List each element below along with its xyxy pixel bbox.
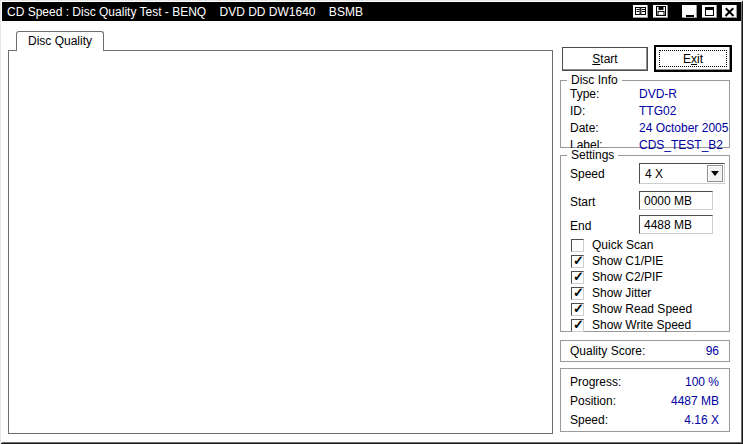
show-read-speed-checkbox[interactable]: Show Read Speed (571, 302, 692, 316)
checkbox-box[interactable] (571, 271, 584, 284)
speed-readout-value: 4.16 X (684, 413, 719, 427)
exit-button[interactable]: Exit (654, 45, 732, 72)
speed-readout-label: Speed: (570, 413, 608, 427)
maximize-icon (705, 7, 714, 16)
end-position-input[interactable]: 4488 MB (639, 215, 713, 234)
maximize-button[interactable] (701, 4, 718, 19)
show-c2-pif-checkbox[interactable]: Show C2/PIF (571, 270, 663, 284)
chevron-down-icon (711, 171, 719, 176)
save-icon (656, 5, 666, 19)
disc-info-label: ID: (570, 104, 585, 118)
book-icon (635, 5, 646, 19)
checkbox-box[interactable] (571, 303, 584, 316)
disc-info-value: CDS_TEST_B2 (639, 138, 723, 152)
speed-selected-value: 4 X (645, 167, 663, 181)
disc-info-value: TTG02 (639, 104, 676, 118)
progress-box: Progress:100 % Position:4487 MB Speed:4.… (560, 368, 730, 432)
start-button[interactable]: Start (562, 47, 648, 71)
start-position-label: Start (570, 195, 595, 209)
title-bar[interactable]: CD Speed : Disc Quality Test - BENQ DVD … (2, 2, 741, 21)
settings-group: Settings Speed 4 X Start 0000 MB End 448… (560, 155, 730, 332)
disc-info-title: Disc Info (567, 73, 622, 87)
progress-label: Progress: (570, 375, 621, 389)
disc-info-value: 24 October 2005 (639, 121, 728, 135)
focus-rect (659, 50, 727, 67)
checkbox-box[interactable] (571, 239, 584, 252)
show-c1-pie-checkbox[interactable]: Show C1/PIE (571, 254, 663, 268)
tab-label: Disc Quality (28, 34, 92, 48)
checkbox-box[interactable] (571, 255, 584, 268)
show-write-speed-checkbox[interactable]: Show Write Speed (571, 318, 691, 332)
title-buttons (632, 4, 741, 19)
quality-score-label: Quality Score: (570, 344, 645, 358)
start-position-input[interactable]: 0000 MB (639, 191, 713, 210)
copy-report-button[interactable] (632, 4, 649, 19)
settings-title: Settings (567, 148, 618, 162)
dropdown-button[interactable] (707, 165, 723, 182)
disc-quality-tab-page (8, 50, 553, 434)
close-icon (725, 7, 734, 16)
checkbox-box[interactable] (571, 319, 584, 332)
show-jitter-checkbox[interactable]: Show Jitter (571, 286, 651, 300)
quality-score-value: 96 (706, 344, 719, 358)
minimize-button[interactable] (681, 4, 698, 19)
disc-info-value: DVD-R (639, 87, 677, 101)
app-window: CD Speed : Disc Quality Test - BENQ DVD … (0, 0, 743, 444)
tab-disc-quality[interactable]: Disc Quality (16, 31, 104, 51)
position-label: Position: (570, 394, 616, 408)
disc-info-label: Date: (570, 121, 599, 135)
quality-score-box: Quality Score:96 (560, 340, 730, 362)
close-button[interactable] (721, 4, 738, 19)
speed-select[interactable]: 4 X (639, 163, 725, 184)
checkbox-box[interactable] (571, 287, 584, 300)
end-position-label: End (570, 219, 591, 233)
window-title: CD Speed : Disc Quality Test - BENQ DVD … (7, 5, 363, 19)
position-value: 4487 MB (671, 394, 719, 408)
speed-label: Speed (570, 167, 605, 181)
quick-scan-checkbox[interactable]: Quick Scan (571, 238, 653, 252)
save-button[interactable] (652, 4, 669, 19)
disc-info-label: Type: (570, 87, 599, 101)
disc-info-group: Disc Info Type:DVD-R ID:TTG02 Date:24 Oc… (560, 80, 730, 148)
minimize-icon (686, 15, 694, 17)
progress-value: 100 % (685, 375, 719, 389)
